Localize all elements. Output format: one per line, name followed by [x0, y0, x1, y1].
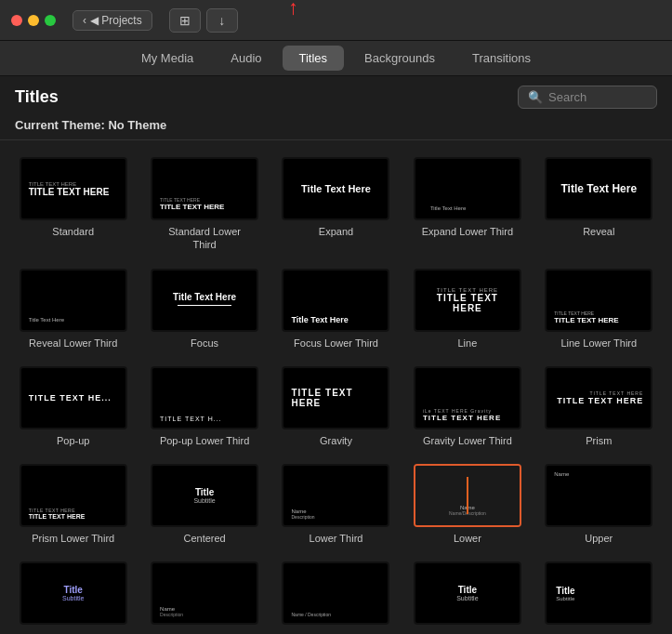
item-label: Prism Lower Third	[32, 532, 114, 545]
list-item[interactable]: TITLE TEXT HERE TITLE TEXT HERE Line Low…	[534, 261, 665, 359]
content-area: Titles 🔍 Current Theme: No Theme TITLE T…	[0, 76, 672, 634]
media-icon-button[interactable]: ⊞	[169, 8, 201, 33]
item-label: Focus	[191, 337, 218, 350]
traffic-lights	[11, 15, 56, 26]
tab-my-media[interactable]: My Media	[125, 46, 210, 71]
toolbar-icons: ⊞ ↓	[169, 8, 238, 33]
item-label: Gravity Lower Third	[423, 434, 512, 447]
item-label: Line	[457, 337, 477, 350]
list-item[interactable]: TITLE TEXT HERE Gravity	[270, 359, 402, 456]
list-item[interactable]: Name Description	[138, 554, 270, 634]
list-item[interactable]: Name / Description	[270, 554, 402, 634]
list-item[interactable]: TITLE TEXT HERE TITLE TEXT HERE Line	[402, 261, 533, 359]
close-button[interactable]	[11, 15, 22, 26]
projects-label: ◀ Projects	[90, 14, 142, 27]
item-label: Gravity	[320, 434, 352, 447]
theme-label: Current Theme: No Theme	[0, 116, 672, 140]
item-label: Expand	[319, 225, 353, 238]
tab-backgrounds[interactable]: Backgrounds	[348, 46, 452, 71]
item-label: Prism	[586, 434, 612, 447]
download-icon-button[interactable]: ↓	[206, 8, 238, 33]
item-label: Line Lower Third	[560, 337, 637, 350]
list-item[interactable]: Title Text Here Reveal Lower Third	[7, 261, 138, 359]
item-label: Upper	[585, 532, 613, 545]
list-item[interactable]: Title Text Here Expand Lower Third	[402, 150, 533, 261]
item-label: Lower	[454, 532, 481, 545]
minimize-button[interactable]	[28, 15, 39, 26]
list-item[interactable]: Name Name/Description Lower	[402, 456, 533, 554]
list-item[interactable]: TITLE TEXT HE... Pop-up	[7, 359, 138, 456]
list-item[interactable]: TITLE TEXT HERE TITLE TEXT HERE Prism Lo…	[7, 456, 138, 554]
title-bar: ‹ ◀ Projects ⊞ ↓ ↓	[0, 0, 672, 41]
item-label: Reveal Lower Third	[29, 337, 117, 350]
list-item[interactable]: Name Upper	[534, 456, 665, 554]
item-label: Pop-up	[57, 434, 89, 447]
list-item[interactable]: Title Subtitle	[534, 554, 665, 634]
item-label: Expand Lower Third	[422, 225, 513, 238]
titles-grid: TITLE TEXT HERE TITLE TEXT HERE Standard…	[0, 150, 672, 634]
list-item[interactable]: TITLE TEXT HERE TITLE TEXT HERE Standard	[7, 150, 138, 261]
item-label: Lower Third	[310, 532, 363, 545]
list-item[interactable]: Title Subtitle	[402, 554, 533, 634]
search-input[interactable]	[548, 90, 641, 104]
list-item[interactable]: Title Text Here Expand	[270, 150, 402, 261]
search-icon: 🔍	[528, 90, 543, 104]
item-label: Reveal	[583, 225, 614, 238]
red-arrow-indicator: ↓	[288, 0, 298, 22]
list-item[interactable]: TITLE TEXT HERE TITLE TEXT HERE Prism	[534, 359, 665, 456]
item-label: Centered	[183, 532, 225, 545]
list-item[interactable]: Title Subtitle Centered	[138, 456, 270, 554]
list-item[interactable]: TITLE TEXT HERE TITLE TEXT HERE Standard…	[138, 150, 270, 261]
list-item[interactable]: iLe TEXT HERE Gravity TITLE TEXT HERE Gr…	[402, 359, 533, 456]
item-label: Standard LowerThird	[168, 225, 241, 252]
list-item[interactable]: TITLE TEXT H... Pop-up Lower Third	[138, 359, 270, 456]
chevron-left-icon: ‹	[83, 14, 86, 27]
list-item[interactable]: Name Description Lower Third	[270, 456, 402, 554]
nav-tabs: My Media Audio Titles Backgrounds Transi…	[0, 41, 672, 76]
item-label: Focus Lower Third	[294, 337, 378, 350]
item-label: Standard	[52, 225, 94, 238]
item-label: Pop-up Lower Third	[160, 434, 249, 447]
projects-button[interactable]: ‹ ◀ Projects	[72, 10, 152, 31]
search-box[interactable]: 🔍	[518, 86, 657, 109]
page-title: Titles	[15, 87, 59, 107]
list-item[interactable]: Title Text Here Focus Lower Third	[270, 261, 402, 359]
maximize-button[interactable]	[45, 15, 56, 26]
tab-transitions[interactable]: Transitions	[455, 46, 547, 71]
content-header: Titles 🔍	[0, 76, 672, 116]
list-item[interactable]: Title Text Here Focus	[138, 261, 270, 359]
list-item[interactable]: Title Subtitle	[7, 554, 138, 634]
list-item[interactable]: Title Text Here Reveal	[534, 150, 665, 261]
tab-titles[interactable]: Titles	[283, 46, 345, 71]
tab-audio[interactable]: Audio	[214, 46, 278, 71]
